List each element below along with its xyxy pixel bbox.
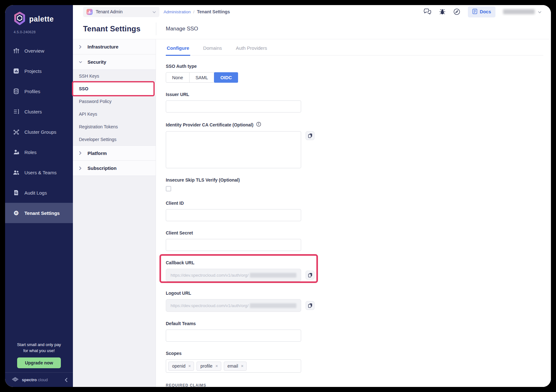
settings-item-password-policy[interactable]: Password Policy (73, 95, 156, 108)
default-teams-input[interactable] (166, 330, 301, 342)
tab-domains[interactable]: Domains (202, 42, 223, 56)
settings-item-api-keys[interactable]: API Keys (73, 108, 156, 120)
chevron-down-icon (538, 9, 541, 15)
redacted-org-id (250, 303, 296, 308)
field-ca-certificate: Identity Provider CA Certificate (Option… (166, 122, 551, 168)
docs-label: Docs (480, 9, 491, 14)
field-logout-url: Logout URL https://dev.spectrocloud.com/… (166, 291, 551, 312)
scope-tag: profile × (197, 362, 221, 371)
skip-tls-checkbox[interactable] (166, 186, 171, 191)
brand-logo: palette (13, 11, 73, 27)
sidebar-item-audit-logs[interactable]: Audit Logs (5, 183, 73, 203)
sidebar-item-label: Tenant Settings (24, 210, 60, 216)
settings-group-label: Security (87, 59, 106, 65)
tab-configure[interactable]: Configure (166, 42, 190, 56)
chat-icon[interactable] (424, 9, 431, 15)
field-issuer-url: Issuer URL (166, 92, 551, 112)
brand-name: palette (29, 15, 54, 23)
sidebar-item-profiles[interactable]: Profiles (5, 81, 73, 101)
auth-type-saml-button[interactable]: SAML (189, 72, 215, 83)
chevron-down-icon (79, 61, 82, 63)
callback-url-input: https://dev.spectrocloud.com/v1/auth/org… (166, 269, 301, 281)
tab-auth-providers[interactable]: Auth Providers (235, 42, 268, 56)
settings-item-ssh-keys[interactable]: SSH Keys (73, 70, 156, 82)
copy-callback-url-button[interactable] (306, 271, 314, 280)
remove-tag-icon[interactable]: × (241, 363, 243, 369)
main-area: Tenant Admin Administration / Tenant Set… (73, 5, 551, 387)
scope-tag: email × (224, 362, 247, 371)
logout-url-input: https://dev.spectrocloud.com/v1/auth/org… (166, 299, 301, 312)
breadcrumb-separator: / (193, 10, 195, 14)
docs-icon (472, 9, 477, 15)
sso-tabs: Configure Domains Auth Providers (166, 39, 543, 55)
auth-type-none-button[interactable]: None (166, 72, 190, 83)
scope-selector-label: Tenant Admin (96, 9, 149, 14)
user-menu[interactable] (503, 9, 541, 15)
chevron-right-icon (79, 151, 82, 155)
settings-item-sso[interactable]: SSO (73, 82, 156, 95)
field-callback-url: Callback URL https://dev.spectrocloud.co… (166, 260, 551, 281)
sidebar-item-roles[interactable]: Roles (5, 142, 73, 162)
settings-item-developer-settings[interactable]: Developer Settings (73, 133, 156, 146)
sidebar-item-users-teams[interactable]: Users & Teams (5, 162, 73, 183)
chevron-down-icon (152, 9, 156, 15)
sidebar-item-label: Profiles (24, 89, 40, 94)
docs-button[interactable]: Docs (468, 6, 495, 17)
version-label: 4.5.0-240628 (14, 30, 73, 34)
scopes-label: Scopes (166, 351, 551, 356)
info-icon[interactable] (256, 122, 261, 128)
sso-auth-type-segmented-control: None SAML OIDC (166, 72, 551, 83)
scope-tag: openid × (168, 362, 194, 371)
client-secret-input[interactable] (166, 239, 301, 251)
users-teams-icon (13, 169, 20, 176)
sidebar-item-overview[interactable]: Overview (5, 41, 73, 61)
settings-group-security[interactable]: Security (73, 55, 156, 70)
bug-icon[interactable] (439, 9, 446, 15)
sidebar-item-label: Audit Logs (24, 190, 47, 196)
field-client-secret: Client Secret (166, 230, 551, 251)
sidebar-item-projects[interactable]: Projects (5, 61, 73, 81)
settings-group-infrastructure[interactable]: Infrastructure (73, 39, 156, 55)
issuer-url-input[interactable] (166, 100, 301, 112)
field-skip-tls: Insecure Skip TLS Verify (Optional) (166, 177, 551, 191)
breadcrumb-current: Tenant Settings (197, 9, 230, 14)
logout-url-label: Logout URL (166, 291, 551, 296)
scopes-input[interactable]: openid × profile × email × (166, 359, 301, 373)
remove-tag-icon[interactable]: × (215, 363, 218, 369)
settings-group-subscription[interactable]: Subscription (73, 161, 156, 176)
client-id-input[interactable] (166, 209, 301, 221)
copy-logout-url-button[interactable] (306, 301, 314, 310)
required-claims-heading: REQUIRED CLAIMS (166, 383, 551, 387)
sidebar-item-label: Cluster Groups (24, 129, 56, 135)
promo-line1: Start small and only pay (5, 342, 73, 348)
ca-certificate-textarea[interactable] (166, 131, 301, 168)
compass-icon[interactable] (453, 8, 460, 15)
upgrade-now-button[interactable]: Upgrade now (17, 357, 61, 368)
copy-ca-certificate-button[interactable] (306, 131, 314, 140)
settings-item-registration-tokens[interactable]: Registration Tokens (73, 120, 156, 133)
sidebar: palette 4.5.0-240628 Overview (5, 5, 73, 387)
chevron-right-icon (79, 45, 82, 49)
page-title: Tenant Settings (73, 24, 156, 33)
auth-type-oidc-button[interactable]: OIDC (214, 72, 238, 83)
scope-selector-dropdown[interactable]: Tenant Admin (83, 7, 159, 17)
page-header: Tenant Settings Manage SSO (73, 18, 551, 39)
promo-line2: for what you use! (5, 348, 73, 354)
profiles-stack-icon (13, 88, 20, 94)
sidebar-item-tenant-settings[interactable]: ⚙ Tenant Settings (5, 203, 73, 223)
sidebar-item-cluster-groups[interactable]: Cluster Groups (5, 122, 73, 142)
footer-brand-light: cloud (38, 377, 48, 382)
audit-logs-icon (13, 190, 20, 196)
sidebar-item-clusters[interactable]: Clusters (5, 101, 73, 122)
sso-auth-type-label: SSO Auth type (166, 64, 551, 69)
sidebar-nav: Overview Projects (5, 41, 73, 223)
redacted-org-id (250, 273, 296, 278)
sidebar-item-label: Clusters (24, 109, 42, 114)
settings-group-platform[interactable]: Platform (73, 145, 156, 161)
sidebar-footer: spectro cloud (5, 372, 73, 387)
collapse-sidebar-icon[interactable] (65, 378, 68, 382)
remove-tag-icon[interactable]: × (188, 363, 191, 369)
breadcrumb-administration[interactable]: Administration (164, 10, 191, 14)
sidebar-item-label: Roles (24, 150, 36, 155)
footer-brand-bold: spectro (22, 377, 37, 382)
